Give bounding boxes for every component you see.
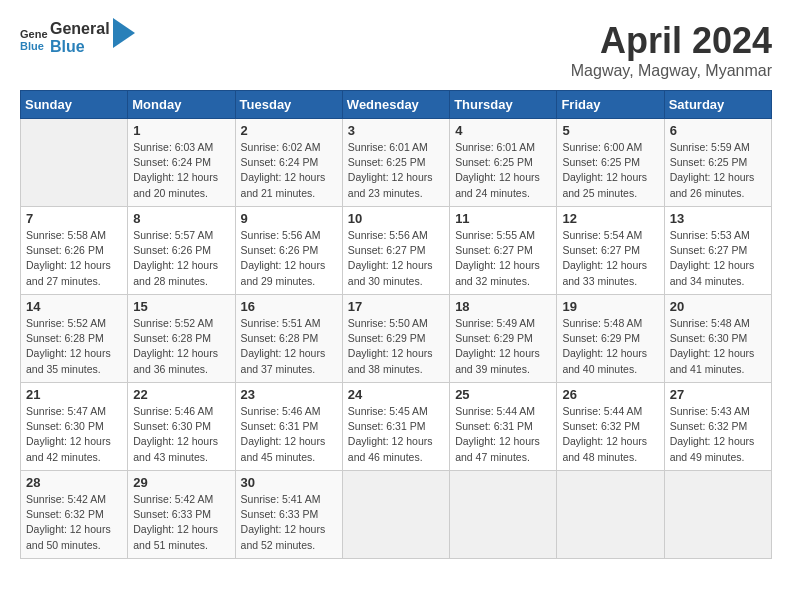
- calendar-cell: 19Sunrise: 5:48 AM Sunset: 6:29 PM Dayli…: [557, 295, 664, 383]
- day-info: Sunrise: 5:46 AM Sunset: 6:31 PM Dayligh…: [241, 404, 337, 465]
- day-number: 27: [670, 387, 766, 402]
- svg-marker-3: [113, 18, 135, 48]
- day-info: Sunrise: 5:54 AM Sunset: 6:27 PM Dayligh…: [562, 228, 658, 289]
- calendar-cell: 9Sunrise: 5:56 AM Sunset: 6:26 PM Daylig…: [235, 207, 342, 295]
- day-info: Sunrise: 5:59 AM Sunset: 6:25 PM Dayligh…: [670, 140, 766, 201]
- calendar-cell: 25Sunrise: 5:44 AM Sunset: 6:31 PM Dayli…: [450, 383, 557, 471]
- day-info: Sunrise: 5:51 AM Sunset: 6:28 PM Dayligh…: [241, 316, 337, 377]
- day-number: 3: [348, 123, 444, 138]
- day-number: 18: [455, 299, 551, 314]
- location-title: Magway, Magway, Myanmar: [571, 62, 772, 80]
- calendar-cell: 6Sunrise: 5:59 AM Sunset: 6:25 PM Daylig…: [664, 119, 771, 207]
- calendar-cell: 8Sunrise: 5:57 AM Sunset: 6:26 PM Daylig…: [128, 207, 235, 295]
- day-info: Sunrise: 5:57 AM Sunset: 6:26 PM Dayligh…: [133, 228, 229, 289]
- day-number: 17: [348, 299, 444, 314]
- day-info: Sunrise: 5:44 AM Sunset: 6:31 PM Dayligh…: [455, 404, 551, 465]
- calendar-cell: [557, 471, 664, 559]
- day-info: Sunrise: 5:56 AM Sunset: 6:26 PM Dayligh…: [241, 228, 337, 289]
- day-number: 4: [455, 123, 551, 138]
- calendar-cell: 26Sunrise: 5:44 AM Sunset: 6:32 PM Dayli…: [557, 383, 664, 471]
- header-day-friday: Friday: [557, 91, 664, 119]
- calendar-cell: [342, 471, 449, 559]
- header-day-saturday: Saturday: [664, 91, 771, 119]
- calendar-cell: 28Sunrise: 5:42 AM Sunset: 6:32 PM Dayli…: [21, 471, 128, 559]
- calendar-cell: 5Sunrise: 6:00 AM Sunset: 6:25 PM Daylig…: [557, 119, 664, 207]
- day-number: 23: [241, 387, 337, 402]
- day-info: Sunrise: 5:47 AM Sunset: 6:30 PM Dayligh…: [26, 404, 122, 465]
- day-info: Sunrise: 5:41 AM Sunset: 6:33 PM Dayligh…: [241, 492, 337, 553]
- day-number: 29: [133, 475, 229, 490]
- logo-arrow-icon: [113, 18, 135, 48]
- day-number: 11: [455, 211, 551, 226]
- calendar-cell: 22Sunrise: 5:46 AM Sunset: 6:30 PM Dayli…: [128, 383, 235, 471]
- day-number: 15: [133, 299, 229, 314]
- calendar-table: SundayMondayTuesdayWednesdayThursdayFrid…: [20, 90, 772, 559]
- day-number: 19: [562, 299, 658, 314]
- calendar-body: 1Sunrise: 6:03 AM Sunset: 6:24 PM Daylig…: [21, 119, 772, 559]
- calendar-cell: 11Sunrise: 5:55 AM Sunset: 6:27 PM Dayli…: [450, 207, 557, 295]
- calendar-cell: 30Sunrise: 5:41 AM Sunset: 6:33 PM Dayli…: [235, 471, 342, 559]
- day-number: 2: [241, 123, 337, 138]
- calendar-header-row: SundayMondayTuesdayWednesdayThursdayFrid…: [21, 91, 772, 119]
- day-number: 16: [241, 299, 337, 314]
- header: General Blue General Blue April 2024 Mag…: [20, 20, 772, 80]
- week-row-3: 14Sunrise: 5:52 AM Sunset: 6:28 PM Dayli…: [21, 295, 772, 383]
- svg-text:General: General: [20, 28, 48, 40]
- day-info: Sunrise: 5:52 AM Sunset: 6:28 PM Dayligh…: [133, 316, 229, 377]
- day-number: 8: [133, 211, 229, 226]
- calendar-cell: 1Sunrise: 6:03 AM Sunset: 6:24 PM Daylig…: [128, 119, 235, 207]
- day-info: Sunrise: 6:01 AM Sunset: 6:25 PM Dayligh…: [455, 140, 551, 201]
- calendar-cell: [664, 471, 771, 559]
- month-title: April 2024: [571, 20, 772, 62]
- calendar-cell: 13Sunrise: 5:53 AM Sunset: 6:27 PM Dayli…: [664, 207, 771, 295]
- calendar-cell: 21Sunrise: 5:47 AM Sunset: 6:30 PM Dayli…: [21, 383, 128, 471]
- day-info: Sunrise: 5:48 AM Sunset: 6:30 PM Dayligh…: [670, 316, 766, 377]
- calendar-cell: 2Sunrise: 6:02 AM Sunset: 6:24 PM Daylig…: [235, 119, 342, 207]
- calendar-cell: 10Sunrise: 5:56 AM Sunset: 6:27 PM Dayli…: [342, 207, 449, 295]
- day-number: 9: [241, 211, 337, 226]
- calendar-cell: 20Sunrise: 5:48 AM Sunset: 6:30 PM Dayli…: [664, 295, 771, 383]
- calendar-cell: 4Sunrise: 6:01 AM Sunset: 6:25 PM Daylig…: [450, 119, 557, 207]
- calendar-cell: 7Sunrise: 5:58 AM Sunset: 6:26 PM Daylig…: [21, 207, 128, 295]
- day-info: Sunrise: 5:50 AM Sunset: 6:29 PM Dayligh…: [348, 316, 444, 377]
- day-info: Sunrise: 6:01 AM Sunset: 6:25 PM Dayligh…: [348, 140, 444, 201]
- week-row-2: 7Sunrise: 5:58 AM Sunset: 6:26 PM Daylig…: [21, 207, 772, 295]
- calendar-cell: 3Sunrise: 6:01 AM Sunset: 6:25 PM Daylig…: [342, 119, 449, 207]
- day-number: 5: [562, 123, 658, 138]
- day-info: Sunrise: 5:58 AM Sunset: 6:26 PM Dayligh…: [26, 228, 122, 289]
- svg-text:Blue: Blue: [20, 40, 44, 52]
- day-number: 28: [26, 475, 122, 490]
- day-number: 1: [133, 123, 229, 138]
- day-info: Sunrise: 6:02 AM Sunset: 6:24 PM Dayligh…: [241, 140, 337, 201]
- day-number: 10: [348, 211, 444, 226]
- calendar-cell: 18Sunrise: 5:49 AM Sunset: 6:29 PM Dayli…: [450, 295, 557, 383]
- calendar-cell: 16Sunrise: 5:51 AM Sunset: 6:28 PM Dayli…: [235, 295, 342, 383]
- header-day-wednesday: Wednesday: [342, 91, 449, 119]
- day-info: Sunrise: 5:55 AM Sunset: 6:27 PM Dayligh…: [455, 228, 551, 289]
- calendar-cell: 15Sunrise: 5:52 AM Sunset: 6:28 PM Dayli…: [128, 295, 235, 383]
- day-info: Sunrise: 5:56 AM Sunset: 6:27 PM Dayligh…: [348, 228, 444, 289]
- calendar-cell: [21, 119, 128, 207]
- day-info: Sunrise: 5:53 AM Sunset: 6:27 PM Dayligh…: [670, 228, 766, 289]
- calendar-cell: 14Sunrise: 5:52 AM Sunset: 6:28 PM Dayli…: [21, 295, 128, 383]
- week-row-4: 21Sunrise: 5:47 AM Sunset: 6:30 PM Dayli…: [21, 383, 772, 471]
- calendar-cell: 29Sunrise: 5:42 AM Sunset: 6:33 PM Dayli…: [128, 471, 235, 559]
- day-number: 22: [133, 387, 229, 402]
- calendar-cell: 23Sunrise: 5:46 AM Sunset: 6:31 PM Dayli…: [235, 383, 342, 471]
- day-number: 12: [562, 211, 658, 226]
- title-area: April 2024 Magway, Magway, Myanmar: [571, 20, 772, 80]
- day-info: Sunrise: 5:52 AM Sunset: 6:28 PM Dayligh…: [26, 316, 122, 377]
- day-info: Sunrise: 5:42 AM Sunset: 6:32 PM Dayligh…: [26, 492, 122, 553]
- day-info: Sunrise: 5:48 AM Sunset: 6:29 PM Dayligh…: [562, 316, 658, 377]
- logo: General Blue General Blue: [20, 20, 135, 55]
- day-number: 20: [670, 299, 766, 314]
- day-number: 25: [455, 387, 551, 402]
- header-day-tuesday: Tuesday: [235, 91, 342, 119]
- calendar-cell: 12Sunrise: 5:54 AM Sunset: 6:27 PM Dayli…: [557, 207, 664, 295]
- day-number: 30: [241, 475, 337, 490]
- header-day-sunday: Sunday: [21, 91, 128, 119]
- day-number: 7: [26, 211, 122, 226]
- day-number: 26: [562, 387, 658, 402]
- week-row-5: 28Sunrise: 5:42 AM Sunset: 6:32 PM Dayli…: [21, 471, 772, 559]
- day-info: Sunrise: 5:42 AM Sunset: 6:33 PM Dayligh…: [133, 492, 229, 553]
